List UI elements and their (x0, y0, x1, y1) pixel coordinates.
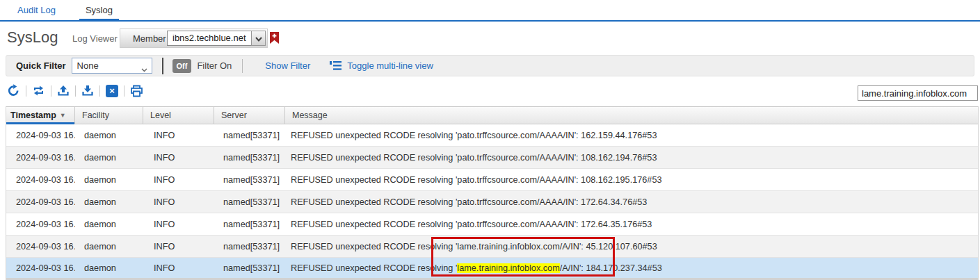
tab-bar: Audit Log Syslog (0, 0, 980, 22)
table-header: Timestamp ▼ Facility Level Server Messag… (6, 106, 978, 124)
message-cell: REFUSED unexpected RCODE resolving 'lame… (285, 242, 978, 252)
search-input[interactable] (858, 85, 978, 101)
toolbar: × (0, 78, 980, 106)
facility-cell: daemon (75, 220, 143, 229)
tab-syslog[interactable]: Syslog (86, 0, 113, 20)
server-cell: named[53371] (214, 175, 285, 185)
filter-on-label: Filter On (197, 60, 232, 71)
table-row[interactable]: 2024-09-03 16… daemon INFO named[53371] … (6, 169, 978, 191)
table-row-selected[interactable]: 2024-09-03 16… daemon INFO named[53371] … (6, 258, 978, 280)
column-label: Timestamp (10, 110, 56, 120)
message-text: /A/IN': 184.170.237.34#53 (560, 263, 662, 273)
facility-cell: daemon (75, 153, 143, 163)
timestamp-cell: 2024-09-03 16… (6, 197, 75, 207)
log-viewer-label: Log Viewer (72, 33, 118, 44)
print-icon[interactable] (130, 85, 143, 97)
clear-icon[interactable]: × (106, 85, 118, 97)
download-icon[interactable] (81, 85, 94, 97)
sort-descending-icon: ▼ (60, 112, 66, 119)
filter-toggle-button[interactable]: Off (172, 59, 192, 73)
timestamp-cell: 2024-09-03 16… (6, 242, 75, 252)
divider (75, 85, 76, 97)
facility-cell: daemon (75, 175, 143, 185)
facility-cell: daemon (75, 197, 143, 207)
divider (124, 85, 124, 97)
show-filter-link[interactable]: Show Filter (265, 60, 310, 71)
server-cell: named[53371] (214, 153, 285, 163)
quick-filter-label: Quick Filter (16, 60, 66, 71)
timestamp-cell: 2024-09-03 16… (6, 131, 75, 140)
timestamp-cell: 2024-09-03 16… (6, 175, 75, 185)
toggle-multiline-link[interactable]: Toggle multi-line view (347, 60, 433, 71)
refresh-icon[interactable] (7, 84, 20, 97)
divider (51, 85, 51, 97)
quick-filter-panel: Quick Filter None Off Filter On Show Fil… (6, 55, 974, 76)
facility-cell: daemon (75, 131, 143, 140)
divider (26, 85, 26, 97)
message-cell: REFUSED unexpected RCODE resolving 'pato… (285, 197, 978, 207)
upload-icon[interactable] (57, 85, 70, 97)
multi-line-view-icon[interactable] (330, 61, 342, 70)
tab-audit-log[interactable]: Audit Log (17, 0, 56, 20)
bookmark-add-icon[interactable] (270, 32, 279, 44)
page-title: SysLog (7, 28, 58, 47)
column-header-timestamp[interactable]: Timestamp ▼ (6, 107, 75, 124)
member-combobox[interactable]: ibns2.techblue.net (167, 31, 252, 46)
server-cell: named[53371] (214, 197, 285, 207)
message-cell: REFUSED unexpected RCODE resolving 'pato… (285, 153, 978, 163)
table-row[interactable]: 2024-09-03 16… daemon INFO named[53371] … (6, 124, 978, 147)
member-widget: Member ibns2.techblue.net (120, 28, 268, 48)
divider (242, 59, 243, 73)
level-cell: INFO (143, 263, 214, 273)
level-cell: INFO (143, 220, 214, 229)
timestamp-cell: 2024-09-03 16… (6, 220, 75, 229)
server-cell: named[53371] (214, 242, 285, 252)
timestamp-cell: 2024-09-03 16… (6, 263, 75, 273)
table-row[interactable]: 2024-09-03 16… daemon INFO named[53371] … (6, 191, 978, 213)
chevron-down-icon (255, 32, 262, 44)
server-cell: named[53371] (214, 263, 285, 273)
table-row[interactable]: 2024-09-03 16… daemon INFO named[53371] … (6, 147, 978, 169)
message-text: REFUSED unexpected RCODE resolving ' (291, 263, 457, 273)
wrap-toggle-icon[interactable] (32, 85, 45, 96)
column-header-server[interactable]: Server (214, 107, 285, 124)
quick-filter-value: None (77, 60, 99, 71)
syslog-table: Timestamp ▼ Facility Level Server Messag… (6, 106, 979, 280)
facility-cell: daemon (75, 242, 143, 252)
message-cell: REFUSED unexpected RCODE resolving 'pato… (285, 220, 978, 229)
timestamp-cell: 2024-09-03 16… (6, 153, 75, 163)
page-header: SysLog Log Viewer Member ibns2.techblue.… (0, 23, 980, 53)
server-cell: named[53371] (214, 220, 285, 229)
column-header-message[interactable]: Message (285, 107, 978, 124)
search-match-highlight: lame.training.infoblox.com (457, 263, 559, 273)
column-header-facility[interactable]: Facility (75, 107, 143, 124)
member-dropdown-button[interactable] (251, 31, 266, 46)
chevron-down-icon (141, 64, 147, 74)
level-cell: INFO (143, 175, 214, 185)
table-row[interactable]: 2024-09-03 16… daemon INFO named[53371] … (6, 213, 978, 236)
member-label: Member (133, 33, 166, 44)
message-cell: REFUSED unexpected RCODE resolving 'pato… (285, 175, 978, 185)
level-cell: INFO (143, 131, 214, 140)
divider (162, 58, 163, 74)
message-cell: REFUSED unexpected RCODE resolving 'pato… (285, 131, 978, 140)
message-cell: REFUSED unexpected RCODE resolving 'lame… (285, 263, 978, 273)
quick-filter-select[interactable]: None (72, 58, 152, 74)
facility-cell: daemon (75, 263, 143, 273)
level-cell: INFO (143, 242, 214, 252)
divider (99, 85, 100, 97)
level-cell: INFO (143, 197, 214, 207)
table-row[interactable]: 2024-09-03 16… daemon INFO named[53371] … (6, 236, 978, 258)
server-cell: named[53371] (214, 131, 285, 140)
column-header-level[interactable]: Level (143, 107, 214, 124)
level-cell: INFO (143, 153, 214, 163)
